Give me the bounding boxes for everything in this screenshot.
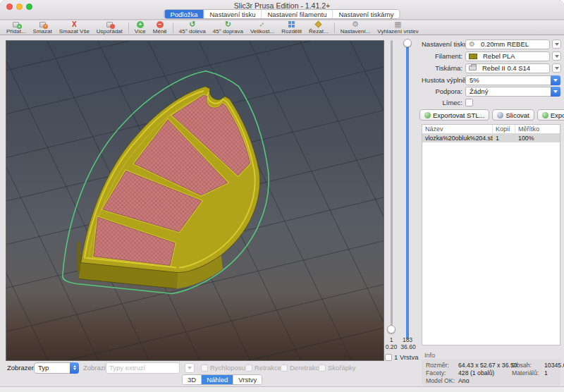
arrange-icon: [104, 20, 115, 28]
layer-slider-gutter: 1 183 0.20 36.60 1 Vrstva: [385, 40, 423, 389]
infill-density-select[interactable]: 5%: [465, 75, 560, 85]
facets-label: Facety:: [426, 369, 458, 376]
filament-label: Filament:: [422, 52, 465, 60]
fewer-copies-button[interactable]: − Méně: [149, 20, 171, 35]
info-title: Info: [424, 352, 435, 359]
one-layer-toggle[interactable]: 1 Vrstva: [385, 353, 419, 361]
fewer-copies-icon: −: [154, 20, 166, 28]
object-scale: 100%: [515, 135, 558, 142]
slice-button[interactable]: Slicovat: [492, 109, 534, 121]
delete-object-icon: −: [37, 20, 48, 28]
view-mode-segmented-control: 3D Náhled Vrstvy: [182, 374, 262, 385]
toolbar-separator: [173, 23, 173, 33]
export-stl-icon: [424, 112, 431, 118]
volume-label: Obsah:: [512, 362, 544, 369]
rotate-left-icon: ↺: [187, 20, 198, 28]
one-layer-checkbox[interactable]: [385, 354, 392, 361]
shells-toggle[interactable]: Skořápky: [319, 364, 356, 372]
gear-icon: ⚙: [469, 41, 475, 48]
print-settings-dropdown-button[interactable]: [552, 39, 561, 49]
dimensions-label: Rozměr:: [426, 362, 458, 369]
split-button[interactable]: Rozdělit: [278, 20, 305, 35]
settings-panel: Nastavení tisku: ⚙ 0.20mm REBEL Filament…: [422, 35, 564, 392]
rotate-right-button[interactable]: ↻ 45° doprava: [209, 20, 247, 35]
cut-icon: [313, 20, 324, 28]
print-bed-canvas[interactable]: [6, 41, 384, 360]
delete-all-icon: X: [68, 20, 80, 28]
add-button[interactable]: + Přidat...: [3, 20, 30, 35]
one-layer-label: 1 Vrstva: [394, 353, 419, 361]
action-buttons: Exportovat STL... Slicovat Exportovat G-…: [419, 109, 564, 121]
arrange-button[interactable]: Uspořádat: [93, 20, 126, 35]
view-mode-select[interactable]: Typ: [34, 362, 79, 374]
shells-checkbox[interactable]: [319, 365, 326, 372]
printer-label: Tiskárna:: [422, 64, 465, 72]
layer-high-value: 183: [399, 336, 416, 343]
column-copies[interactable]: Kopií: [493, 125, 515, 134]
tab-nastaveni-filamentu[interactable]: Nastavení filamentu: [262, 10, 333, 18]
dimensions-value: 64.43 x 52.67 x 36.50: [458, 362, 517, 369]
main-content: 1 183 0.20 36.60 1 Vrstva Nastavení tisk…: [0, 35, 564, 392]
table-row[interactable]: vlozka%20obluk%204.stl 1 100%: [422, 134, 560, 142]
unretractions-toggle[interactable]: Deretrakce: [281, 364, 322, 372]
delete-button[interactable]: − Smazat: [30, 20, 56, 35]
retractions-toggle[interactable]: Retrakce: [245, 364, 281, 372]
layer-high-height: 36.60: [397, 343, 419, 350]
object-settings-button[interactable]: ⚙ Nastavení...: [337, 20, 374, 35]
unretractions-checkbox[interactable]: [281, 365, 288, 372]
materials-value: 1: [544, 369, 548, 376]
extrusion-types-input[interactable]: [106, 362, 180, 374]
column-name[interactable]: Název: [422, 125, 493, 134]
filament-combo[interactable]: Rebel PLA: [465, 51, 550, 61]
view-layers-button[interactable]: Vrstvy: [233, 375, 262, 384]
travel-toggle[interactable]: Rychloposun: [201, 364, 249, 372]
layer-slider-low[interactable]: [391, 40, 393, 331]
view-preview-button[interactable]: Náhled: [202, 375, 233, 384]
scale-button[interactable]: ↕ Velikost...: [247, 20, 278, 35]
export-stl-button[interactable]: Exportovat STL...: [419, 109, 489, 121]
print-settings-combo[interactable]: ⚙ 0.20mm REBEL: [465, 39, 550, 49]
printer-dropdown-button[interactable]: [552, 63, 561, 73]
filament-dropdown-button[interactable]: [552, 51, 561, 61]
printer-combo[interactable]: Rebel II 0.4 S14: [465, 63, 550, 73]
delete-all-button[interactable]: X Smazat Vše: [56, 20, 93, 35]
more-copies-button[interactable]: + Více: [131, 20, 149, 35]
toolbar: + Přidat... − Smazat X Smazat Vše Uspořá…: [0, 20, 564, 35]
view-controls-row: Zobrazení Typ Zobrazit Rychloposun Retra…: [0, 362, 384, 374]
model-ok-label: Model OK:: [426, 377, 458, 384]
view-3d-button[interactable]: 3D: [183, 375, 202, 384]
title-bar: Slic3r Prusa Edition - 1.41.2+ Podložka …: [0, 0, 564, 20]
layer-slider-high[interactable]: [406, 40, 409, 339]
layer-slider-high-knob[interactable]: [403, 39, 412, 47]
bed-viewport[interactable]: [6, 40, 384, 361]
printer-icon: [469, 66, 477, 71]
app-window: Slic3r Prusa Edition - 1.41.2+ Podložka …: [0, 0, 564, 392]
retractions-checkbox[interactable]: [245, 365, 252, 372]
support-select[interactable]: Žádný: [465, 87, 560, 97]
objects-table: Název Kopií Měřítko vlozka%20obluk%204.s…: [422, 124, 560, 345]
layer-slider-low-knob[interactable]: [387, 325, 396, 333]
main-tab-bar: Podložka Nastavení tisku Nastavení filam…: [164, 9, 400, 19]
layer-smoothing-button[interactable]: ▦ Vyhlazení vrstev: [374, 20, 422, 35]
slice-icon: [497, 112, 503, 118]
stepper-icon: [70, 362, 79, 374]
layer-smoothing-icon: ▦: [393, 20, 404, 28]
export-gcode-button[interactable]: Exportovat G-kód...: [537, 109, 564, 121]
export-gcode-icon: [542, 112, 548, 118]
model-ok-value: Ano: [458, 377, 469, 384]
print-settings-label: Nastavení tisku:: [422, 40, 465, 48]
extrusion-types-dropdown-button[interactable]: [185, 363, 195, 373]
tab-nastaveni-tiskarny[interactable]: Nastavení tiskárny: [333, 10, 399, 18]
tab-nastaveni-tisku[interactable]: Nastavení tisku: [204, 10, 262, 18]
cut-button[interactable]: Řezat...: [305, 20, 332, 35]
view-mode-label: Zobrazení: [7, 364, 37, 372]
tab-podlozka[interactable]: Podložka: [164, 10, 204, 18]
brim-checkbox[interactable]: [465, 99, 473, 106]
chevron-down-icon: [551, 75, 560, 85]
column-scale[interactable]: Měřítko: [515, 125, 558, 134]
travel-checkbox[interactable]: [201, 365, 208, 372]
toolbar-separator: [128, 23, 129, 33]
materials-label: Materiálů:: [512, 369, 544, 376]
rotate-right-icon: ↻: [222, 20, 233, 28]
rotate-left-button[interactable]: ↺ 45° doleva: [176, 20, 209, 35]
